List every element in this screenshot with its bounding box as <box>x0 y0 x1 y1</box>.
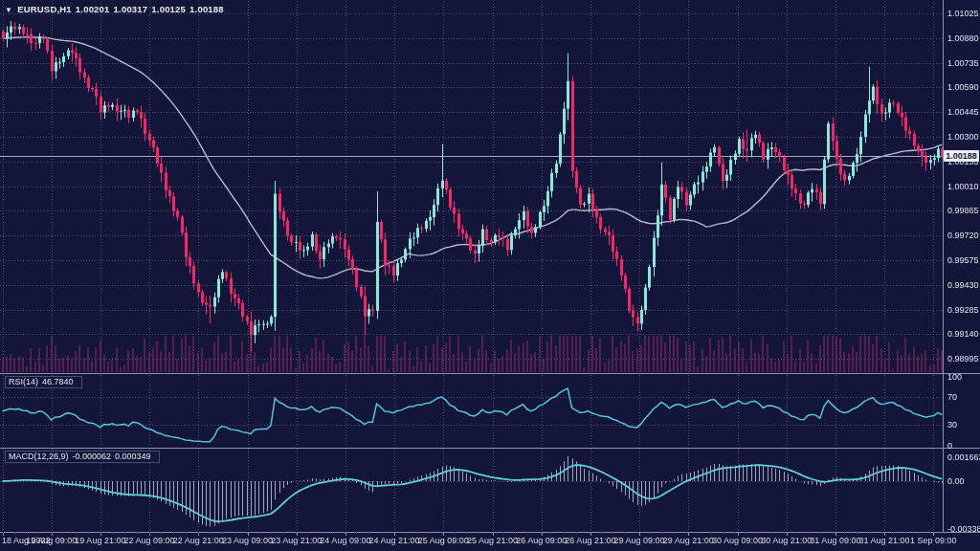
trading-chart-window: ▼EURUSD,H11.002011.003171.001251.00188 R… <box>0 0 980 551</box>
chart-canvas[interactable] <box>0 0 980 551</box>
